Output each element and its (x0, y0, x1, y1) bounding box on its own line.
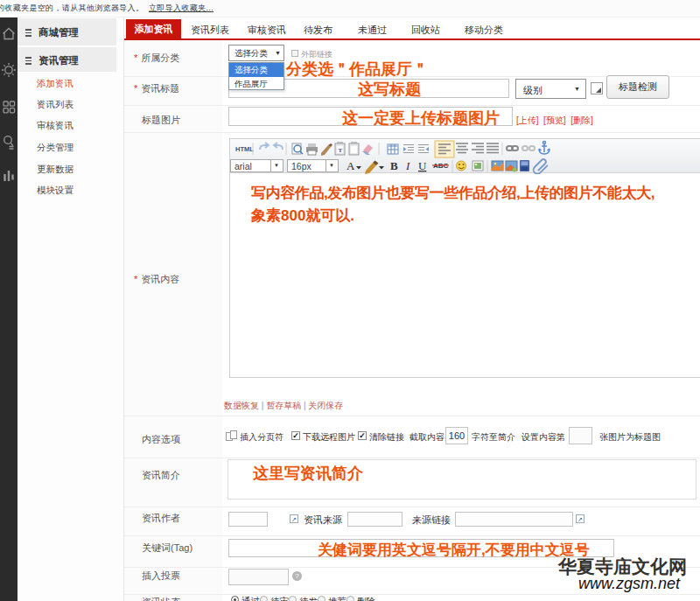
svg-text:T: T (339, 147, 343, 154)
svg-text:HTML: HTML (235, 145, 254, 153)
svg-text:U: U (418, 159, 427, 172)
svg-text:B: B (390, 159, 398, 172)
svg-text:A: A (346, 159, 355, 172)
svg-text:I: I (405, 159, 410, 172)
